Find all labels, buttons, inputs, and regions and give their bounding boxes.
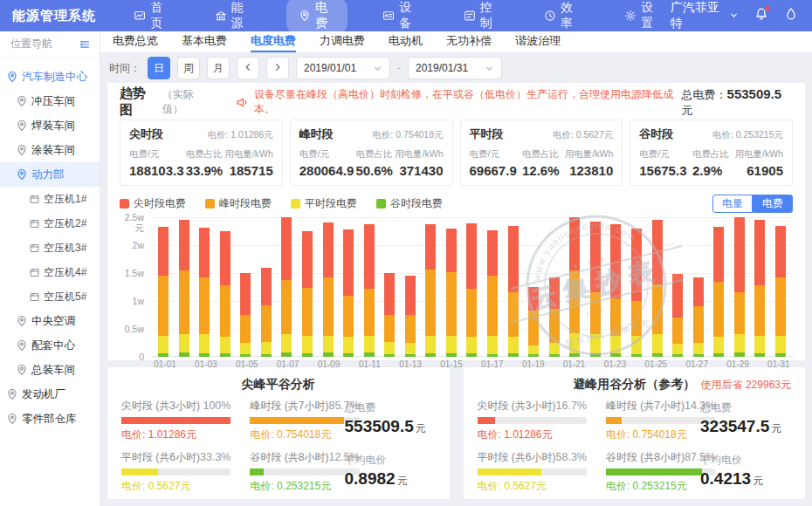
location-pin-icon (299, 10, 311, 22)
nav-item-0[interactable]: 首页 (125, 0, 179, 35)
period-card-2: 平时段电价: 0.5627元电费/元69667.9电费占比12.6%用电量/kW… (460, 120, 623, 186)
prev-period-button[interactable] (237, 57, 259, 79)
top-navbar: 能源管理系统 首页能源电费设备控制效率设置 广汽菲亚特 (0, 0, 812, 31)
total-value: 323547.5元 (700, 417, 791, 436)
bar-01-24 (631, 229, 642, 357)
percent-bar (250, 417, 359, 424)
toggle-0[interactable]: 电量 (712, 195, 753, 213)
bar-01-13 (405, 276, 416, 357)
period-card-price: 电价: 0.754018元 (372, 129, 443, 141)
gear-icon (624, 10, 637, 22)
nav-item-2[interactable]: 电费 (286, 0, 348, 35)
bar-01-12 (384, 273, 395, 357)
analysis-left-row-0: 尖时段 (共3小时)100%电价: 1.01286元 (121, 399, 231, 442)
bar-01-07 (281, 217, 292, 357)
bar-01-31 (775, 226, 786, 357)
nav-item-6[interactable]: 设置 (616, 0, 670, 35)
notification-bell-button[interactable] (754, 7, 768, 24)
date-range-separator: - (397, 62, 401, 74)
granularity-button-1[interactable]: 周 (177, 57, 200, 79)
nav-item-1[interactable]: 能源 (206, 0, 260, 35)
location-pin-icon (6, 71, 18, 83)
bell-icon (754, 7, 768, 24)
sidebar-item-10[interactable]: 中央空调 (0, 309, 100, 333)
legend-item-0[interactable]: 尖时段电费 (120, 196, 186, 211)
percent-bar (478, 417, 587, 424)
analysis-right-blocks: 尖时段 (共3小时)16.7%电价: 1.01286元峰时段 (共7小时)14.… (478, 399, 684, 494)
nav-item-5[interactable]: 效率 (535, 0, 589, 35)
unit-toggle: 电量电费 (712, 195, 793, 213)
percent-bar (250, 468, 359, 475)
bar-01-25 (652, 220, 663, 357)
time-filter-bar: 时间： 日周月 2019/01/01 - 2019/01/31 (100, 53, 812, 83)
tab-1[interactable]: 基本电费 (182, 31, 227, 52)
percent-bar (606, 417, 715, 424)
price-label: 电价: 0.5627元 (121, 479, 231, 494)
toggle-1[interactable]: 电费 (753, 195, 793, 213)
tab-4[interactable]: 电动机 (389, 31, 423, 52)
tab-0[interactable]: 电费总览 (113, 31, 158, 52)
sidebar-item-7[interactable]: 空压机3# (0, 236, 100, 260)
bar-01-21 (569, 217, 580, 357)
location-pin-icon (6, 413, 18, 425)
legend-item-3[interactable]: 谷时段电费 (376, 196, 443, 211)
bar-01-23 (610, 224, 621, 357)
bar-01-02 (179, 220, 189, 357)
start-date-picker[interactable]: 2019/01/01 (296, 57, 390, 79)
legend-item-2[interactable]: 平时段电费 (291, 196, 357, 211)
nav-item-4[interactable]: 控制 (455, 0, 509, 35)
bar-01-09 (323, 222, 334, 357)
clock-icon (544, 10, 556, 22)
period-energy-value: 123810 (565, 163, 613, 178)
period-ratio-value: 50.6% (355, 163, 393, 178)
sidebar-item-12[interactable]: 总装车间 (0, 358, 100, 382)
sidebar-item-9[interactable]: 空压机5# (0, 284, 100, 309)
start-date-value: 2019/01/01 (304, 62, 356, 74)
granularity-button-2[interactable]: 月 (207, 57, 230, 79)
sidebar-item-5[interactable]: 空压机1# (0, 187, 100, 211)
location-sidebar: 位置导航 汽车制造中心冲压车间焊装车间涂装车间动力部空压机1#空压机2#空压机3… (0, 31, 100, 506)
nav-item-3[interactable]: 设备 (374, 0, 428, 35)
legend-item-1[interactable]: 峰时段电费 (205, 196, 272, 211)
sidebar-item-8[interactable]: 空压机4# (0, 260, 100, 284)
analysis-right-row-1: 峰时段 (共7小时)14.3%电价: 0.754018元 (606, 399, 715, 442)
bar-01-27 (693, 277, 704, 357)
collapse-icon[interactable] (79, 38, 91, 51)
stacked-bar-chart: 2.5w2w1.5w1w0.5w0元 (120, 217, 793, 357)
sidebar-item-11[interactable]: 配套中心 (0, 333, 100, 358)
tenant-name: 广汽菲亚特 (671, 0, 725, 31)
sidebar-item-14[interactable]: 零件部仓库 (0, 407, 100, 431)
tab-3[interactable]: 力调电费 (320, 31, 365, 52)
sidebar-item-3[interactable]: 涂装车间 (0, 138, 100, 162)
total-value: 553509.5元 (345, 417, 436, 436)
bar-01-14 (425, 224, 436, 357)
chevron-down-icon (729, 9, 739, 23)
period-card-title: 峰时段 (299, 126, 334, 142)
period-card-0: 尖时段电价: 1.01286元电费/元188103.3电费占比33.9%用电量/… (120, 120, 283, 186)
bar-01-10 (343, 229, 354, 357)
sidebar-item-13[interactable]: 发动机厂 (0, 382, 100, 407)
chevron-down-icon (373, 64, 382, 73)
tab-2[interactable]: 电度电费 (251, 31, 296, 52)
sidebar-item-1[interactable]: 冲压车间 (0, 89, 100, 113)
tenant-dropdown[interactable]: 广汽菲亚特 (671, 0, 739, 31)
tab-6[interactable]: 谐波治理 (515, 31, 561, 52)
trend-panel: 趋势图 （实际值） 设备尽量在峰段（高电价）时刻检修，在平或谷（低电价）生产运行… (107, 83, 805, 360)
granularity-button-0[interactable]: 日 (148, 57, 170, 79)
speaker-icon (236, 96, 249, 109)
sidebar-item-6[interactable]: 空压机2# (0, 211, 100, 236)
sidebar-item-0[interactable]: 汽车制造中心 (0, 65, 100, 89)
next-period-button[interactable] (266, 57, 289, 79)
end-date-picker[interactable]: 2019/01/31 (408, 57, 502, 79)
nav-items: 首页能源电费设备控制效率设置 (125, 0, 670, 35)
sidebar-item-4[interactable]: 动力部 (0, 162, 100, 187)
water-drop-icon[interactable] (784, 7, 798, 24)
price-label: 电价: 0.754018元 (606, 427, 715, 442)
analysis-left-row-2: 平时段 (共6小时)33.3%电价: 0.5627元 (121, 450, 231, 494)
percent-bar (478, 468, 587, 475)
chart-x-axis: 01-0101-0301-0501-0701-0901-1101-1301-15… (151, 357, 793, 369)
sidebar-item-2[interactable]: 焊装车间 (0, 113, 100, 138)
tab-5[interactable]: 无功补偿 (446, 31, 492, 52)
bar-01-30 (754, 220, 765, 357)
period-card-price: 电价: 0.253215元 (712, 129, 783, 141)
